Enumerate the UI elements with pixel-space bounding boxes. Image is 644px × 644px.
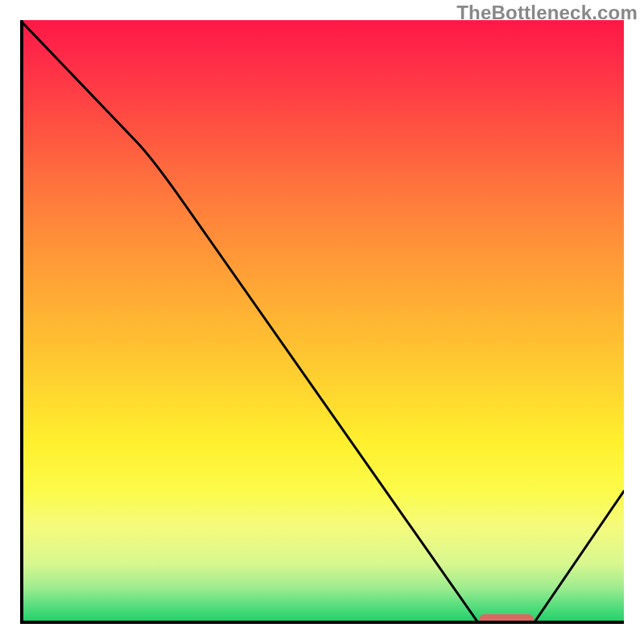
curve-svg	[20, 20, 624, 624]
bottleneck-curve	[20, 20, 624, 624]
watermark-text: TheBottleneck.com	[456, 2, 638, 24]
y-axis	[20, 20, 23, 624]
x-axis	[20, 621, 624, 624]
plot-area	[20, 20, 624, 624]
chart-container: TheBottleneck.com	[0, 0, 644, 644]
